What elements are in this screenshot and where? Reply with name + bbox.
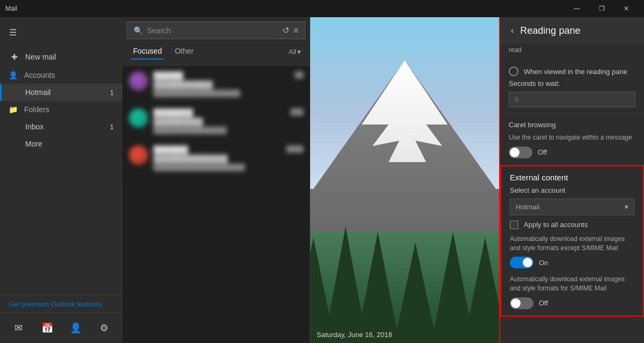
sidebar-item-inbox[interactable]: Inbox 1 [0, 118, 122, 135]
sidebar-item-new-mail[interactable]: ✚ New mail [0, 47, 122, 67]
caret-browsing-description: Use the caret to navigate within a messa… [509, 133, 635, 142]
auto-download-toggle-label: On [539, 259, 548, 267]
select-account-label: Select an account [510, 186, 634, 194]
folders-section: 📁 Folders [0, 101, 122, 118]
avatar [129, 71, 148, 91]
email-sender: ████████ [153, 108, 286, 116]
email-content: ████████ ██████████ ████████████████ [153, 108, 286, 134]
tab-focused[interactable]: Focused [131, 43, 164, 60]
email-list: 🔍 ↺ ≡ Focused Other All ▾ [122, 17, 310, 343]
email-content: ███████ ███████████████ ████████████████… [153, 145, 281, 171]
inbox-label: Inbox [25, 122, 43, 131]
email-list-header: 🔍 ↺ ≡ Focused Other All ▾ [122, 17, 310, 66]
apply-all-checkbox[interactable] [510, 221, 518, 229]
center-content: Saturday, June 16, 2018 [310, 17, 499, 343]
caret-browsing-title: Caret browsing [509, 121, 635, 129]
minimize-button[interactable]: — [565, 0, 589, 17]
inbox-badge: 1 [110, 123, 114, 131]
reading-pane-section: When viewed in the reading pane Seconds … [500, 60, 644, 114]
calendar-nav-button[interactable]: 📅 [36, 317, 58, 339]
more-label: More [25, 140, 42, 148]
smime-toggle-label: Off [539, 299, 548, 307]
settings-panel: ‹ Reading pane read When viewed in the r… [499, 17, 644, 343]
seconds-input[interactable] [509, 92, 635, 107]
new-mail-label: New mail [25, 53, 56, 61]
smime-toggle[interactable] [510, 297, 533, 309]
radio-row: When viewed in the reading pane [509, 67, 635, 76]
caret-toggle-label: Off [538, 148, 547, 156]
email-content: ██████ ████████████ ███████████████████ [153, 71, 289, 97]
main-layout: ☰ ✚ New mail 👤 Accounts Hotmail 1 📁 Fold… [0, 17, 644, 343]
accounts-label: Accounts [24, 71, 55, 79]
radio-reading-pane-label: When viewed in the reading pane [524, 68, 627, 76]
external-content-title: External content [510, 173, 634, 182]
search-input[interactable] [147, 26, 278, 35]
avatar [129, 108, 148, 128]
email-preview: ████████████████ [153, 127, 286, 134]
email-sender: ██████ [153, 71, 289, 79]
tab-all[interactable]: All ▾ [289, 48, 301, 56]
auto-download-toggle[interactable] [510, 257, 533, 268]
people-nav-button[interactable]: 👤 [65, 317, 86, 339]
caret-toggle[interactable] [509, 147, 532, 158]
settings-nav-button[interactable]: ⚙ [93, 317, 115, 339]
window-controls: — ❐ ✕ [565, 0, 639, 17]
email-time: ███ [291, 108, 303, 115]
app-title: Mail [5, 5, 565, 12]
back-button[interactable]: ‹ [509, 24, 516, 38]
sidebar-bottom-icons: ✉ 📅 👤 ⚙ [0, 312, 122, 343]
restore-button[interactable]: ❐ [589, 0, 614, 17]
refresh-button[interactable]: ↺ [282, 25, 289, 35]
search-bar: 🔍 ↺ ≡ [127, 21, 305, 39]
email-preview: ███████████████████ [153, 90, 289, 97]
search-actions: ↺ ≡ [282, 25, 298, 35]
smime-toggle-row: Off [510, 297, 634, 309]
tabs: Focused Other All ▾ [127, 41, 305, 62]
account-dropdown[interactable]: Hotmail ▾ [510, 199, 634, 215]
accounts-section: 👤 Accounts [0, 67, 122, 84]
email-item[interactable]: ███████ ███████████████ ████████████████… [122, 140, 310, 177]
filter-button[interactable]: ≡ [294, 25, 298, 35]
radio-reading-pane[interactable] [509, 67, 518, 76]
accounts-icon: 👤 [9, 71, 18, 79]
date-label: Saturday, June 16, 2018 [317, 331, 392, 339]
apply-all-label: Apply to all accounts [524, 221, 588, 229]
settings-header: ‹ Reading pane [500, 17, 644, 44]
hamburger-button[interactable]: ☰ [2, 21, 24, 43]
close-button[interactable]: ✕ [614, 0, 639, 17]
sidebar: ☰ ✚ New mail 👤 Accounts Hotmail 1 📁 Fold… [0, 17, 122, 343]
hotmail-badge: 1 [110, 89, 114, 97]
auto-download-description: Automatically download external images a… [510, 235, 634, 253]
new-mail-icon: ✚ [10, 53, 19, 61]
apply-all-row: Apply to all accounts [510, 221, 634, 229]
email-item[interactable]: ██████ ████████████ ███████████████████ … [122, 66, 310, 103]
smime-description: Automatically download external images a… [510, 275, 634, 293]
sidebar-item-more[interactable]: More [0, 135, 122, 152]
sidebar-top: ☰ [0, 17, 122, 47]
email-subject: ███████████████ [153, 155, 281, 163]
chevron-down-icon: ▾ [625, 203, 628, 211]
email-item[interactable]: ████████ ██████████ ████████████████ ███ [122, 103, 310, 140]
external-content-section: External content Select an account Hotma… [500, 165, 644, 317]
email-sender: ███████ [153, 145, 281, 154]
email-subject: ██████████ [153, 118, 286, 126]
chevron-down-icon: ▾ [297, 48, 301, 56]
auto-download-toggle-row: On [510, 257, 634, 268]
tab-all-label: All [289, 48, 296, 56]
email-time: ██ [295, 71, 303, 78]
settings-subtitle: read [500, 44, 644, 60]
hotmail-label: Hotmail [25, 88, 50, 97]
search-icon: 🔍 [134, 26, 143, 35]
caret-toggle-row: Off [509, 147, 635, 158]
email-subject: ████████████ [153, 81, 289, 89]
premium-link[interactable]: Get premium Outlook features [0, 295, 122, 312]
email-preview: ████████████████████ [153, 164, 281, 171]
account-dropdown-value: Hotmail [516, 203, 539, 211]
tab-other[interactable]: Other [173, 43, 196, 60]
mountain-illustration [310, 17, 499, 343]
mail-nav-button[interactable]: ✉ [8, 317, 30, 339]
email-items: ██████ ████████████ ███████████████████ … [122, 66, 310, 343]
folders-icon: 📁 [9, 105, 18, 114]
sidebar-item-hotmail[interactable]: Hotmail 1 [0, 84, 122, 101]
email-time: ████ [287, 145, 303, 152]
